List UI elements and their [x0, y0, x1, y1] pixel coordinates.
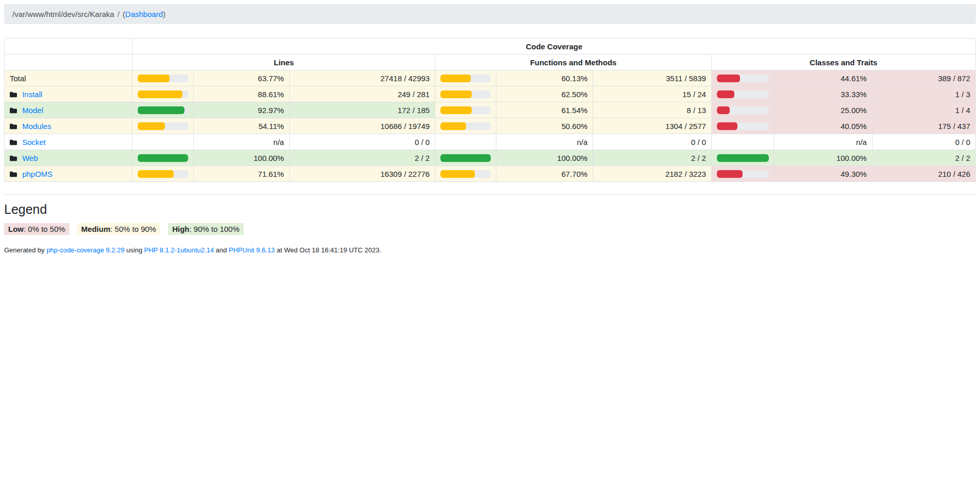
folder-icon: [10, 123, 17, 130]
breadcrumb-paren-close: ): [163, 10, 165, 19]
classes-percent: 49.30%: [774, 166, 872, 182]
coverage-report-page: /var/www/html/dev/src/Karaka/(Dashboard)…: [0, 0, 980, 495]
lines-percent: 63.77%: [193, 70, 289, 86]
functions-bar-cell: [435, 102, 496, 118]
lines-progress-bar: [138, 90, 182, 98]
item-name-cell: Modules: [5, 118, 133, 134]
functions-percent: 60.13%: [496, 70, 593, 86]
folder-icon: [10, 107, 17, 114]
functions-fraction: 2 / 2: [593, 150, 712, 166]
lines-bar-cell: [133, 134, 193, 150]
functions-bar-cell: [435, 134, 496, 150]
functions-bar-cell: [435, 150, 496, 166]
generated-by-text: Generated by: [4, 246, 46, 254]
classes-percent: 40.05%: [774, 118, 872, 134]
lines-bar-cell: [133, 102, 193, 118]
php-code-coverage-link[interactable]: php-code-coverage 9.2.29: [46, 246, 124, 254]
item-link[interactable]: Install: [22, 90, 42, 99]
lines-progress-bar: [138, 170, 174, 178]
and-text: and: [214, 246, 229, 254]
classes-progress-bar: [717, 170, 743, 178]
functions-progress-track: [440, 170, 491, 178]
functions-percent: n/a: [496, 134, 593, 150]
breadcrumb-dashboard-link[interactable]: Dashboard: [125, 10, 163, 19]
row-install: Install 88.61% 249 / 281 62.50% 15 / 24 …: [5, 86, 976, 102]
functions-fraction: 8 / 13: [593, 102, 712, 118]
lines-fraction: 172 / 185: [289, 102, 435, 118]
timestamp-text: at Wed Oct 18 16:41:19 UTC 2023.: [275, 246, 381, 254]
functions-percent: 50.60%: [496, 118, 593, 134]
classes-fraction: 389 / 872: [872, 70, 975, 86]
item-link[interactable]: Model: [22, 106, 43, 115]
row-modules: Modules 54.11% 10686 / 19749 50.60% 1304…: [5, 118, 976, 134]
lines-fraction: 2 / 2: [289, 150, 435, 166]
legend-high-range: : 90% to 100%: [189, 225, 239, 233]
item-link[interactable]: Web: [22, 154, 38, 162]
breadcrumb-separator: /: [114, 10, 122, 19]
lines-progress-track: [138, 75, 188, 82]
classes-progress-bar: [717, 75, 740, 82]
row-total: Total 63.77% 27418 / 42993 60.13% 3511 /…: [5, 70, 976, 86]
legend-medium-label: Medium: [81, 225, 110, 233]
legend-high-label: High: [172, 225, 189, 233]
classes-progress-track: [717, 170, 769, 178]
breadcrumb: /var/www/html/dev/src/Karaka/(Dashboard): [4, 4, 976, 24]
item-link[interactable]: Socket: [22, 138, 46, 146]
functions-percent: 100.00%: [496, 150, 593, 166]
lines-progress-track: [138, 90, 188, 98]
lines-progress-bar: [138, 122, 165, 130]
lines-percent: 71.61%: [193, 166, 289, 182]
functions-bar-cell: [435, 70, 496, 86]
functions-progress-track: [440, 106, 491, 114]
lines-fraction: 0 / 0: [289, 134, 435, 150]
item-name-cell: phpOMS: [5, 166, 133, 182]
lines-bar-cell: [133, 166, 193, 182]
classes-percent: 100.00%: [774, 150, 872, 166]
legend-title: Legend: [4, 202, 976, 217]
classes-fraction: 1 / 3: [872, 86, 975, 102]
functions-bar-cell: [435, 86, 496, 102]
functions-progress-track: [440, 90, 491, 98]
legend-low: Low: 0% to 50%: [4, 223, 69, 235]
classes-fraction: 1 / 4: [872, 102, 975, 118]
functions-progress-bar: [440, 122, 466, 130]
item-link[interactable]: Modules: [22, 122, 51, 131]
functions-progress-track: [440, 75, 491, 82]
generator-note: Generated by php-code-coverage 9.2.29 us…: [4, 246, 976, 254]
classes-fraction: 210 / 426: [872, 166, 975, 182]
row-model: Model 92.97% 172 / 185 61.54% 8 / 13 25.…: [5, 102, 976, 118]
folder-icon: [10, 91, 17, 98]
legend-low-range: : 0% to 50%: [24, 225, 65, 233]
folder-icon: [10, 171, 17, 178]
corner-cell: [5, 39, 133, 54]
functions-fraction: 0 / 0: [593, 134, 712, 150]
item-name-cell: Total: [5, 70, 133, 86]
divider: [4, 194, 976, 195]
functions-bar-cell: [435, 118, 496, 134]
legend-medium-range: : 50% to 90%: [110, 225, 156, 233]
phpunit-link[interactable]: PHPUnit 9.6.13: [229, 246, 275, 254]
lines-progress-track: [138, 170, 188, 178]
classes-progress-bar: [717, 90, 734, 98]
functions-progress-bar: [440, 170, 474, 178]
item-link[interactable]: phpOMS: [22, 170, 52, 178]
lines-progress-bar: [138, 75, 170, 82]
lines-progress-track: [138, 106, 188, 114]
classes-bar-cell: [711, 102, 774, 118]
lines-fraction: 249 / 281: [289, 86, 435, 102]
lines-bar-cell: [133, 150, 193, 166]
classes-bar-cell: [711, 86, 774, 102]
lines-bar-cell: [133, 86, 193, 102]
functions-progress-track: [440, 154, 491, 162]
classes-fraction: 2 / 2: [872, 150, 975, 166]
row-web: Web 100.00% 2 / 2 100.00% 2 / 2 100.00% …: [5, 150, 976, 166]
classes-progress-bar: [717, 122, 737, 130]
functions-fraction: 1304 / 2577: [593, 118, 712, 134]
group-header-row: Lines Functions and Methods Classes and …: [5, 54, 976, 70]
php-version-link[interactable]: PHP 8.1.2-1ubuntu2.14: [144, 246, 214, 254]
lines-bar-cell: [133, 118, 193, 134]
row-socket: Socket n/a 0 / 0 n/a 0 / 0 n/a 0 / 0: [5, 134, 976, 150]
item-name-cell: Socket: [5, 134, 133, 150]
lines-progress-bar: [138, 106, 184, 114]
item-label: Total: [10, 74, 26, 83]
